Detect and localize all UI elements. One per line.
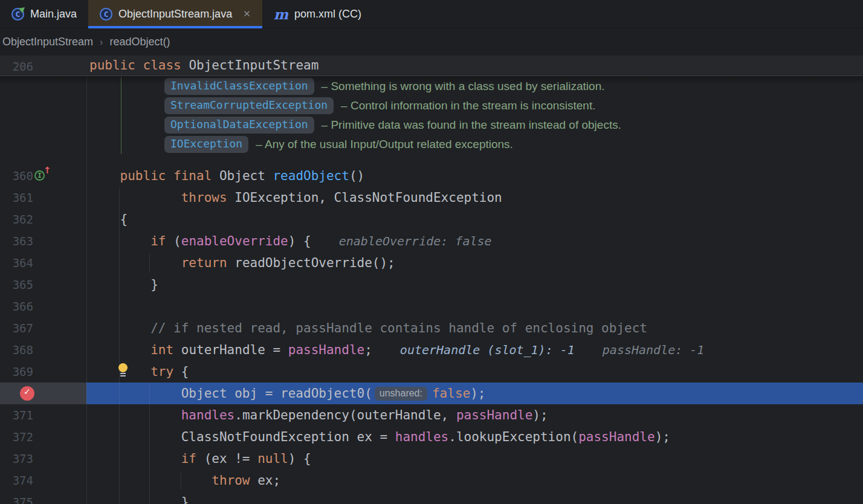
code-line: 373 if (ex != null) { [0, 448, 863, 470]
code-text[interactable]: throw ex; [86, 470, 863, 491]
exception-class-link[interactable]: StreamCorruptedException [164, 97, 334, 114]
code-token: .lookupException( [448, 430, 578, 444]
code-text[interactable]: return readObjectOverride(); [86, 252, 863, 274]
code-text[interactable]: if (ex != null) { [86, 448, 863, 470]
code-text[interactable]: Object obj = readObject0(unshared:false)… [86, 383, 863, 404]
line-number[interactable]: 371 [0, 404, 33, 426]
tab-objectinputstream-java[interactable]: CObjectInputStream.java✕ [88, 0, 262, 28]
code-line: 371 handles.markDependency(outerHandle, … [0, 404, 863, 426]
code-token: throw [212, 473, 257, 488]
code-token [89, 169, 120, 183]
gutter: 372 [0, 426, 86, 448]
code-text[interactable] [86, 296, 863, 317]
code-text[interactable]: int outerHandle = passHandle;outerHandle… [86, 339, 863, 361]
line-number[interactable]: 360 [0, 165, 33, 187]
run-overlay-icon [19, 5, 27, 13]
code-text[interactable]: { [86, 208, 863, 230]
code-line: 365 } [0, 274, 863, 296]
line-number[interactable]: 366 [0, 296, 33, 317]
code-token: false [432, 386, 470, 401]
line-number[interactable]: 375 [0, 491, 33, 504]
gutter: 375 [0, 491, 86, 504]
code-token: return [181, 256, 235, 270]
code-line: 375 } [0, 491, 863, 504]
code-token: readObject [273, 169, 349, 183]
gutter: 365 [0, 274, 86, 296]
code-text[interactable]: } [86, 274, 863, 296]
sticky-header-line[interactable]: 206 public class ObjectInputStream [0, 56, 863, 76]
gutter: 367 [0, 317, 86, 339]
code-line: 364 return readObjectOverride(); [0, 252, 863, 274]
exception-class-link[interactable]: InvalidClassException [164, 78, 314, 95]
breadcrumb-item[interactable]: readObject() [109, 36, 170, 48]
line-number[interactable]: 374 [0, 470, 33, 491]
code-text[interactable]: if (enableOverride) {enableOverride: fal… [86, 230, 863, 252]
debugger-inline-hint: outerHandle (slot_1): -1 [400, 343, 575, 357]
exception-class-link[interactable]: OptionalDataException [164, 117, 314, 134]
exception-class-link[interactable]: IOException [164, 136, 248, 153]
editor-pane[interactable]: InvalidClassException– Something is wron… [0, 76, 863, 504]
code-token: IOException, ClassNotFoundException [234, 190, 502, 205]
code-token: passHandle [288, 343, 364, 357]
tab-main-java[interactable]: CMain.java [0, 0, 88, 28]
javadoc-throws-line: IOException– Any of the usual Input/Outp… [0, 135, 863, 154]
code-token [89, 256, 181, 270]
maven-icon: m [274, 8, 288, 21]
tab-pom-xml-cc-[interactable]: mpom.xml (CC) [262, 0, 373, 28]
code-line: 368 int outerHandle = passHandle;outerHa… [0, 339, 863, 361]
line-number[interactable]: 372 [0, 426, 33, 448]
code-text[interactable]: ClassNotFoundException ex = handles.look… [86, 426, 863, 448]
java-class-icon: C [100, 8, 112, 21]
code-text[interactable]: throws IOException, ClassNotFoundExcepti… [86, 187, 863, 208]
close-tab-icon[interactable]: ✕ [243, 8, 251, 19]
code-text[interactable]: } [86, 491, 863, 504]
gutter: 360I↑ [0, 165, 86, 187]
code-token: enableOverride [181, 234, 288, 248]
code-line: 362 { [0, 208, 863, 230]
code-token: public class [89, 58, 189, 73]
breadcrumb-item[interactable]: ObjectInputStream [2, 36, 93, 48]
implements-method-icon[interactable]: I↑ [34, 170, 45, 181]
code-token [89, 321, 150, 335]
javadoc-throws-line: StreamCorruptedException– Control inform… [0, 96, 863, 115]
line-number[interactable]: 373 [0, 448, 33, 470]
code-token: Object [219, 169, 273, 183]
gutter: 369 [0, 361, 86, 383]
code-token: ClassNotFoundException ex = [181, 430, 395, 444]
gutter: 361 [0, 187, 86, 208]
line-number[interactable]: 363 [0, 230, 33, 252]
code-token: .markDependency(outerHandle, [234, 408, 456, 422]
line-number[interactable]: 362 [0, 208, 33, 230]
line-number[interactable]: 365 [0, 274, 33, 296]
javadoc-throws-line: OptionalDataException– Primitive data wa… [0, 115, 863, 135]
code-text[interactable]: try { [86, 361, 863, 383]
code-token: handles [395, 430, 449, 444]
breadcrumb-separator-icon: › [100, 37, 103, 48]
code-text[interactable]: handles.markDependency(outerHandle, pass… [86, 404, 863, 426]
line-number[interactable]: 361 [0, 187, 33, 208]
code-text[interactable]: // if nested read, passHandle contains h… [86, 317, 863, 339]
code-token: passHandle [456, 408, 532, 422]
line-number[interactable]: 367 [0, 317, 33, 339]
code-token: handles [181, 408, 235, 422]
code-token: ; [364, 343, 372, 357]
code-line: 363 if (enableOverride) {enableOverride:… [0, 230, 863, 252]
line-number[interactable]: 364 [0, 252, 33, 274]
breakpoint-check-icon: ✓ [24, 384, 31, 399]
code-token: Object obj = readObject0( [181, 386, 372, 401]
code-token: ); [655, 430, 670, 444]
verified-breakpoint-icon[interactable]: ✓ [20, 386, 34, 401]
code-token [89, 343, 150, 357]
code-line: 366 [0, 296, 863, 317]
exception-description: – Any of the usual Input/Output related … [256, 138, 513, 151]
line-number[interactable]: 368 [0, 339, 33, 361]
gutter: 362 [0, 208, 86, 230]
sticky-code[interactable]: public class ObjectInputStream [86, 56, 863, 76]
code-text[interactable]: public final Object readObject() [86, 165, 863, 187]
intention-bulb-icon[interactable] [118, 363, 128, 372]
code-token [89, 234, 150, 248]
code-token: if [181, 451, 204, 466]
gutter: 368 [0, 339, 86, 361]
line-number[interactable]: 369 [0, 361, 33, 383]
sticky-gutter: 206 [0, 56, 86, 76]
